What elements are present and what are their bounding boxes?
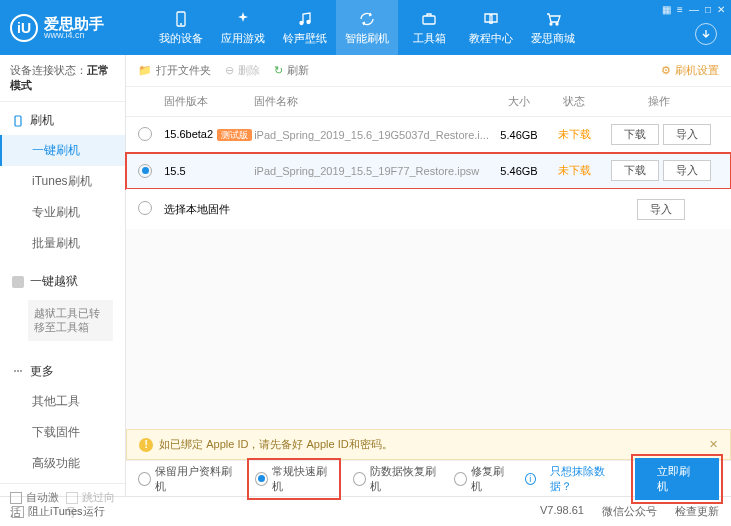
col-ops: 操作: [599, 94, 719, 109]
firmware-row-selected[interactable]: 15.5 iPad_Spring_2019_15.5_19F77_Restore…: [126, 153, 731, 189]
nav-label: 智能刷机: [345, 31, 389, 46]
sidebar-item-other-tools[interactable]: 其他工具: [0, 386, 125, 417]
close-warning-button[interactable]: ✕: [709, 438, 718, 451]
fw-size: 5.46GB: [489, 165, 549, 177]
fw-version: 15.5: [164, 165, 185, 177]
nav-flash[interactable]: 智能刷机: [336, 0, 398, 55]
svg-point-9: [17, 370, 19, 372]
start-flash-button[interactable]: 立即刷机: [635, 458, 719, 500]
nav-store[interactable]: 爱思商城: [522, 0, 584, 55]
maximize-icon[interactable]: □: [705, 4, 711, 15]
apps-icon: [234, 10, 252, 28]
logo-icon: iU: [10, 14, 38, 42]
connection-status: 设备连接状态：正常模式: [0, 55, 125, 102]
jailbreak-moved-note: 越狱工具已转移至工具箱: [28, 300, 113, 341]
close-icon[interactable]: ✕: [717, 4, 725, 15]
sidebar-head-more[interactable]: 更多: [0, 357, 125, 386]
download-button[interactable]: 下载: [611, 124, 659, 145]
cart-icon: [544, 10, 562, 28]
main-nav: 我的设备 应用游戏 铃声壁纸 智能刷机 工具箱 教程中心 爱思商城: [150, 0, 584, 55]
firmware-row[interactable]: 15.6beta2测试版 iPad_Spring_2019_15.6_19G50…: [126, 117, 731, 153]
status-label: 设备连接状态：: [10, 64, 87, 76]
nav-label: 铃声壁纸: [283, 31, 327, 46]
delete-button[interactable]: ⊖删除: [225, 63, 260, 78]
list-icon[interactable]: ≡: [677, 4, 683, 15]
check-update-link[interactable]: 检查更新: [675, 504, 719, 519]
sidebar-head-label: 一键越狱: [30, 273, 78, 290]
warning-icon: !: [139, 438, 153, 452]
folder-icon: 📁: [138, 64, 152, 77]
nav-tutorials[interactable]: 教程中心: [460, 0, 522, 55]
menu-icon[interactable]: ▦: [662, 4, 671, 15]
flash-settings-button[interactable]: ⚙刷机设置: [661, 63, 719, 78]
minimize-icon[interactable]: —: [689, 4, 699, 15]
sidebar-head-jailbreak[interactable]: 一键越狱: [0, 267, 125, 296]
fw-name: iPad_Spring_2019_15.5_19F77_Restore.ipsw: [254, 165, 489, 177]
flash-options-bar: 保留用户资料刷机 常规快速刷机 防数据恢复刷机 修复刷机 i 只想抹除数据？ 立…: [126, 460, 731, 496]
button-label: 删除: [238, 63, 260, 78]
sidebar-head-flash[interactable]: 刷机: [0, 106, 125, 135]
opt-repair-flash[interactable]: 修复刷机: [454, 464, 511, 494]
download-manager-button[interactable]: [695, 23, 717, 45]
download-button[interactable]: 下载: [611, 160, 659, 181]
nav-apps[interactable]: 应用游戏: [212, 0, 274, 55]
svg-point-6: [556, 23, 558, 25]
appleid-warning: ! 如已绑定 Apple ID，请先备好 Apple ID和密码。 ✕: [126, 429, 731, 460]
gear-icon: ⚙: [661, 64, 671, 77]
svg-point-3: [307, 20, 310, 23]
col-size: 大小: [489, 94, 549, 109]
nav-my-device[interactable]: 我的设备: [150, 0, 212, 55]
svg-point-10: [20, 370, 22, 372]
fw-status: 未下载: [549, 163, 599, 178]
info-icon[interactable]: i: [525, 473, 536, 485]
col-name: 固件名称: [254, 94, 489, 109]
sidebar-item-pro-flash[interactable]: 专业刷机: [0, 197, 125, 228]
brand-name: 爱思助手: [44, 16, 104, 31]
erase-data-link[interactable]: 只想抹除数据？: [550, 464, 621, 494]
row-radio[interactable]: [138, 201, 152, 215]
local-firmware-row[interactable]: 选择本地固件 导入: [126, 189, 731, 229]
music-icon: [296, 10, 314, 28]
fw-name: iPad_Spring_2019_15.6_19G5037d_Restore.i…: [254, 129, 489, 141]
nav-label: 应用游戏: [221, 31, 265, 46]
fw-size: 5.46GB: [489, 129, 549, 141]
delete-icon: ⊖: [225, 64, 234, 77]
opt-label: 保留用户资料刷机: [155, 464, 235, 494]
nav-toolbox[interactable]: 工具箱: [398, 0, 460, 55]
window-controls: ▦ ≡ — □ ✕: [662, 4, 725, 15]
import-button[interactable]: 导入: [637, 199, 685, 220]
wechat-link[interactable]: 微信公众号: [602, 504, 657, 519]
import-button[interactable]: 导入: [663, 160, 711, 181]
toolbox-icon: [420, 10, 438, 28]
opt-normal-flash[interactable]: 常规快速刷机: [249, 460, 338, 498]
row-radio[interactable]: [138, 164, 152, 178]
sidebar-item-batch-flash[interactable]: 批量刷机: [0, 228, 125, 259]
titlebar: iU 爱思助手 www.i4.cn 我的设备 应用游戏 铃声壁纸 智能刷机 工具…: [0, 0, 731, 55]
opt-keep-data[interactable]: 保留用户资料刷机: [138, 464, 235, 494]
import-button[interactable]: 导入: [663, 124, 711, 145]
opt-anti-recovery[interactable]: 防数据恢复刷机: [353, 464, 440, 494]
toolbar: 📁打开文件夹 ⊖删除 ↻刷新 ⚙刷机设置: [126, 55, 731, 87]
svg-rect-7: [15, 116, 21, 126]
sidebar-item-oneclick-flash[interactable]: 一键刷机: [0, 135, 125, 166]
skip-guide-checkbox[interactable]: 跳过向导: [66, 490, 116, 520]
nav-label: 工具箱: [413, 31, 446, 46]
col-status: 状态: [549, 94, 599, 109]
brand-url: www.i4.cn: [44, 31, 104, 40]
nav-label: 爱思商城: [531, 31, 575, 46]
sidebar-item-download-fw[interactable]: 下载固件: [0, 417, 125, 448]
device-icon: [172, 10, 190, 28]
svg-rect-4: [423, 16, 435, 24]
opt-label: 防数据恢复刷机: [370, 464, 440, 494]
row-radio[interactable]: [138, 127, 152, 141]
local-fw-label: 选择本地固件: [164, 202, 230, 217]
fw-status: 未下载: [549, 127, 599, 142]
open-folder-button[interactable]: 📁打开文件夹: [138, 63, 211, 78]
sidebar-head-label: 更多: [30, 363, 54, 380]
refresh-button[interactable]: ↻刷新: [274, 63, 309, 78]
nav-ringtones[interactable]: 铃声壁纸: [274, 0, 336, 55]
opt-label: 常规快速刷机: [272, 464, 332, 494]
sidebar-item-itunes-flash[interactable]: iTunes刷机: [0, 166, 125, 197]
sidebar-item-advanced[interactable]: 高级功能: [0, 448, 125, 479]
book-icon: [482, 10, 500, 28]
